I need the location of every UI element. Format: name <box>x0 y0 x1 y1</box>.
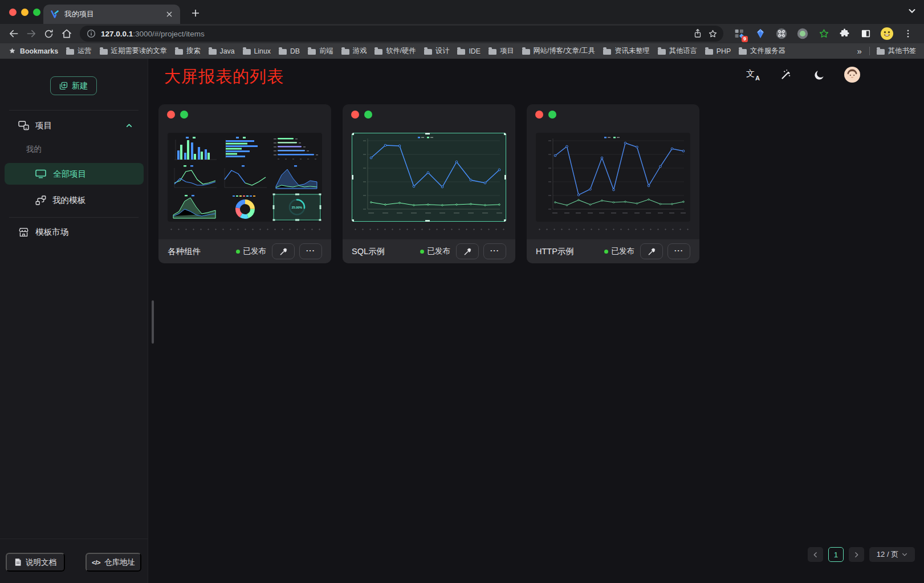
url-text: 127.0.0.1:3000/#/project/items <box>101 30 205 38</box>
bookmark-folder[interactable]: IDE <box>457 47 481 55</box>
docs-button[interactable]: 说明文档 <box>6 553 65 572</box>
project-card: HTTP示例 已发布 ··· <box>527 104 699 263</box>
card-thumbnail[interactable]: 25.00% <box>168 133 322 222</box>
minimize-window-button[interactable] <box>21 9 29 16</box>
bookmark-folder[interactable]: 运营 <box>66 46 92 56</box>
bookmark-folder[interactable]: 项目 <box>489 46 514 56</box>
forward-icon[interactable] <box>23 26 39 42</box>
card-dot-red <box>167 111 175 119</box>
sidebar-item-my-templates[interactable]: 我的模板 <box>0 189 148 211</box>
bookmark-folder[interactable]: 前端 <box>308 46 333 56</box>
bookmark-folder[interactable]: DB <box>279 47 300 55</box>
sidebar-section-project[interactable]: 项目 <box>0 115 148 136</box>
page-size-select[interactable]: 12 / 页 <box>869 547 915 562</box>
dotted-separator <box>352 229 506 230</box>
status-text: 已发布 <box>243 246 267 256</box>
extension-gem-icon[interactable] <box>754 27 767 40</box>
extension-record-icon[interactable] <box>796 27 809 40</box>
chevron-up-icon[interactable] <box>125 122 133 129</box>
dotted-separator <box>168 229 322 230</box>
card-thumbnail[interactable] <box>352 133 506 222</box>
bookmark-folder[interactable]: 文件服务器 <box>739 46 785 56</box>
card-footer: 各种组件 已发布 ··· <box>158 239 331 263</box>
bookmark-other-bookmarks[interactable]: 其他书签 <box>877 46 916 56</box>
tab-close-icon[interactable] <box>164 9 174 19</box>
folder-icon <box>175 49 183 55</box>
omnibox[interactable]: 127.0.0.1:3000/#/project/items <box>80 26 723 42</box>
card-dot-green <box>548 111 556 119</box>
card-thumbnail[interactable] <box>536 133 690 222</box>
magic-wand-icon[interactable] <box>778 67 794 83</box>
back-icon[interactable] <box>6 26 21 42</box>
home-icon[interactable] <box>59 26 74 42</box>
avatar[interactable] <box>844 67 860 83</box>
bookmark-folder[interactable]: Linux <box>243 47 271 55</box>
bookmark-folder[interactable]: Java <box>209 47 235 55</box>
browser-tab[interactable]: 我的项目 <box>43 5 180 24</box>
reload-icon[interactable] <box>41 26 56 42</box>
bookmark-folder[interactable]: 搜索 <box>175 46 201 56</box>
folder-icon <box>209 49 217 55</box>
zoom-window-button[interactable] <box>33 9 40 16</box>
bookmark-folder[interactable]: 其他语言 <box>658 46 697 56</box>
menu-kebab-icon[interactable] <box>901 27 915 40</box>
bookmarks-overflow-chevrons[interactable]: » <box>857 46 862 56</box>
bookmark-folder[interactable]: 网站/博客/文章/工具 <box>522 46 596 56</box>
tab-search-chevron-icon[interactable] <box>908 7 916 15</box>
more-button[interactable]: ··· <box>299 243 322 259</box>
sidebar: 新建 项目 我的 全部项目 我的模板 <box>0 59 148 583</box>
translate-icon[interactable]: 文A <box>745 67 761 83</box>
bookmark-folder[interactable]: 游戏 <box>341 46 367 56</box>
bookmark-folder[interactable]: 软件/硬件 <box>375 46 416 56</box>
sidebar-item-all-projects[interactable]: 全部项目 <box>5 163 144 185</box>
dotted-separator <box>536 229 690 230</box>
folder-icon <box>457 49 465 55</box>
pagination-prev-button[interactable] <box>808 547 823 562</box>
sidebar-item-template-market[interactable]: 模板市场 <box>0 222 148 242</box>
share-icon[interactable] <box>690 26 705 42</box>
project-card: SQL示例 已发布 ··· <box>343 104 515 263</box>
status-text: 已发布 <box>428 246 451 256</box>
extension-command-icon[interactable] <box>775 27 788 40</box>
edit-button[interactable] <box>456 243 479 259</box>
card-dot-red <box>351 111 359 119</box>
edit-button[interactable] <box>640 243 663 259</box>
status-badge: 已发布 <box>236 246 267 256</box>
extensions-puzzle-icon[interactable] <box>838 27 852 40</box>
folder-icon <box>308 49 316 55</box>
pagination-current-page[interactable]: 1 <box>828 547 844 562</box>
new-project-button[interactable]: 新建 <box>50 76 97 95</box>
ellipsis-icon: ··· <box>306 247 315 254</box>
tab-favicon <box>50 10 59 19</box>
repo-button[interactable]: </> 仓库地址 <box>86 553 141 572</box>
moon-icon[interactable] <box>811 67 827 83</box>
ellipsis-icon: ··· <box>674 247 683 254</box>
extension-grid-icon[interactable]: 9 <box>732 27 746 40</box>
pagination-next-button[interactable] <box>849 547 864 562</box>
info-icon[interactable] <box>87 29 96 38</box>
card-dot-green <box>364 111 372 119</box>
new-tab-button[interactable] <box>188 6 203 21</box>
bookmark-folder[interactable]: 近期需要读的文章 <box>100 46 167 56</box>
folder-icon <box>877 49 885 55</box>
bookmark-folder[interactable]: PHP <box>705 47 731 55</box>
browser-toolbar: 127.0.0.1:3000/#/project/items 9 <box>0 24 924 43</box>
market-icon <box>18 227 29 237</box>
edit-button[interactable] <box>272 243 295 259</box>
more-button[interactable]: ··· <box>667 243 690 259</box>
extension-smiley-avatar[interactable] <box>880 27 894 40</box>
extension-green-star-icon[interactable] <box>817 27 831 40</box>
scrollbar-thumb[interactable] <box>152 300 154 344</box>
bookmark-item-root[interactable]: Bookmarks <box>8 47 58 55</box>
bookmark-folder[interactable]: 设计 <box>424 46 450 56</box>
app-window: 新建 项目 我的 全部项目 我的模板 <box>0 59 924 583</box>
bookmark-folder[interactable]: 资讯未整理 <box>603 46 649 56</box>
extension-badge: 9 <box>742 36 748 42</box>
more-button[interactable]: ··· <box>483 243 506 259</box>
folder-icon <box>375 49 382 55</box>
extension-sidepanel-icon[interactable] <box>859 27 873 40</box>
chevron-down-icon <box>902 552 907 557</box>
close-window-button[interactable] <box>9 9 17 16</box>
folder-icon <box>489 49 496 55</box>
bookmark-star-icon[interactable] <box>705 26 721 42</box>
